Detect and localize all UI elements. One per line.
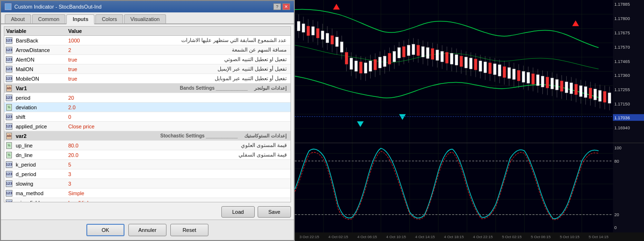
svg-text:1.17360: 1.17360 [614,73,630,78]
row-varname: applied_price [14,123,66,130]
row-value[interactable]: 5 [66,161,124,168]
svg-rect-91 [465,57,467,68]
row-varname: period [14,94,66,102]
row-desc: قيمة المستوى السفلي [124,151,291,159]
svg-rect-113 [517,71,520,81]
save-button[interactable]: Save [258,206,291,218]
table-row: 123 MailON true تفعيل أو تعطيل التنبيه ع… [4,64,291,74]
svg-rect-79 [436,50,439,61]
time-label-9: 5 Oct 10:15 [555,235,584,239]
row-value[interactable]: Simple [66,189,124,197]
svg-text:0: 0 [614,225,617,230]
svg-text:1.17255: 1.17255 [614,87,630,92]
svg-rect-33 [326,33,329,43]
svg-rect-37 [335,37,338,47]
row-value[interactable]: Close price [66,123,124,130]
row-desc [124,106,291,108]
svg-rect-65 [403,47,405,57]
row-value[interactable]: true [66,75,124,83]
svg-rect-89 [460,56,463,67]
tab-visualization[interactable]: Visualization [124,14,166,23]
svg-rect-93 [469,58,472,69]
svg-rect-27 [312,27,314,35]
main-chart-svg: 1.17885 1.17800 1.17675 1.17570 1.17465 … [295,0,644,143]
row-icon: 123 [4,189,14,198]
svg-rect-49 [364,63,367,73]
svg-rect-81 [441,52,444,62]
svg-rect-111 [512,69,515,80]
row-varname: k_period [14,161,66,168]
sub-chart: 100 80 20 0 [295,143,644,232]
row-desc: إعدادات البولنجر ____________ Bands Sett… [66,84,291,92]
row-desc [124,192,291,194]
cancel-button[interactable]: Annuler [128,224,166,236]
tab-colors[interactable]: Colors [95,14,123,23]
svg-rect-119 [531,73,534,84]
svg-rect-83 [446,52,448,63]
svg-text:1.17150: 1.17150 [614,102,630,106]
row-desc [124,202,291,203]
svg-text:1.16940: 1.16940 [614,126,630,130]
row-icon: ½ [4,103,14,112]
svg-rect-35 [331,36,333,44]
row-varname: up_line [14,142,66,149]
time-label-1: 4 Oct 02:15 [324,235,353,239]
row-icon: 123 [4,160,14,169]
row-value[interactable]: 2 [66,46,124,54]
row-desc [124,183,291,185]
row-value[interactable]: 0 [66,113,124,121]
row-icon: ab [4,84,14,93]
svg-rect-135 [570,83,573,94]
row-value[interactable]: 20.0 [66,151,124,159]
svg-rect-57 [384,56,386,67]
svg-rect-67 [407,45,410,56]
row-value[interactable]: 1000 [66,37,124,44]
svg-rect-147 [599,90,602,101]
row-icon: 123 [4,36,14,45]
row-varname: MailON [14,65,66,73]
time-label-7: 5 Oct 02:15 [497,235,526,239]
load-button[interactable]: Load [221,206,255,218]
svg-rect-75 [426,48,429,59]
table-row: 123 ma_method Simple [4,189,291,198]
svg-rect-23 [302,24,305,32]
row-value[interactable]: 3 [66,180,124,188]
tab-common[interactable]: Common [32,14,66,23]
row-desc [124,97,291,99]
row-varname: d_period [14,170,66,178]
tab-inputs[interactable]: Inputs [66,14,94,24]
row-value[interactable]: true [66,56,124,63]
row-value[interactable]: 3 [66,170,124,178]
tab-about[interactable]: About [5,14,31,23]
row-varname: ma_method [14,189,66,197]
table-scroll[interactable]: 123 BarsBack 1000 عدد الشمعوع السابقة ال… [4,36,291,202]
row-value[interactable]: true [66,65,124,73]
row-desc: عدد الشمعوع السابقة التي ستظهر عليها الا… [124,36,291,44]
svg-text:1.17675: 1.17675 [614,31,630,35]
row-desc: إعدادات الستوكاستيك ____________ Stochas… [66,132,291,139]
row-value[interactable]: 2.0 [66,104,124,111]
svg-rect-129 [555,79,558,90]
svg-rect-61 [393,52,396,62]
svg-rect-103 [493,64,496,75]
svg-rect-141 [584,86,587,97]
table-row-section: ab var2 إعدادات الستوكاستيك ____________… [4,131,291,141]
row-value[interactable]: 80.0 [66,142,124,149]
row-value[interactable]: Low/High [66,199,124,203]
row-desc: تفعيل او تعطيل التنبيه الصوتي [124,55,291,63]
table-row: 123 BarsBack 1000 عدد الشمعوع السابقة ال… [4,36,291,45]
row-desc: قيمة المستوى العلوي [124,141,291,149]
reset-button[interactable]: Reset [170,224,208,236]
table-row: 123 price_field Low/High [4,198,291,202]
row-value[interactable]: 20 [66,94,124,102]
header-value: Value [68,28,125,34]
help-button[interactable]: ? [273,3,281,10]
row-varname: price_field [14,199,66,203]
row-icon: ½ [4,151,14,159]
chart-panel: 1.17885 1.17800 1.17675 1.17570 1.17465 … [295,0,644,241]
table-row: 123 slowing 3 [4,179,291,189]
close-button[interactable]: ✕ [282,3,290,10]
row-icon: ½ [4,141,14,150]
ok-button[interactable]: OK [86,224,125,236]
svg-rect-77 [431,49,434,60]
